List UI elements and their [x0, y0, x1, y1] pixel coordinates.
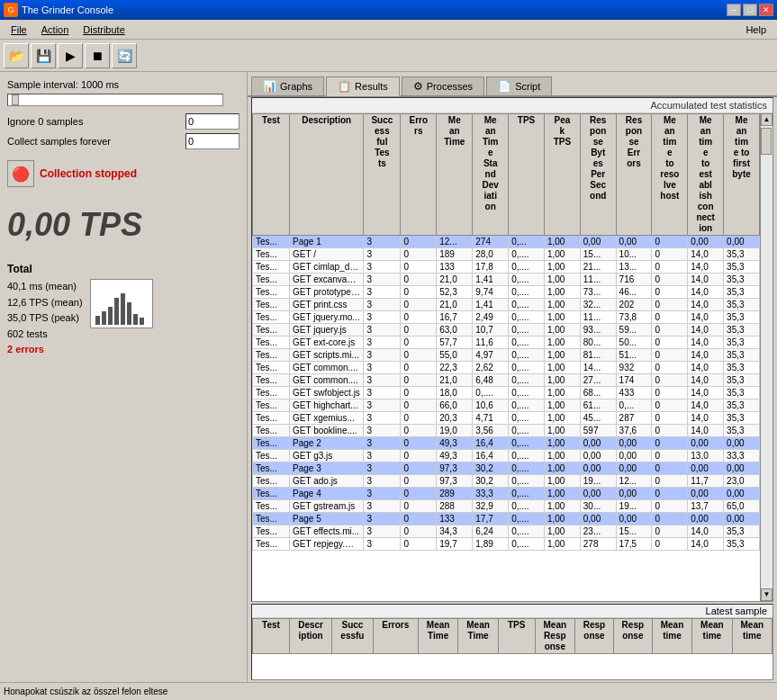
- table-cell: 0: [652, 412, 688, 425]
- table-cell: 3: [364, 387, 401, 399]
- toolbar-btn-2[interactable]: 💾: [31, 43, 56, 68]
- status-bar: Honapokat csúszik az összel felon eltese: [0, 682, 777, 700]
- table-cell: 0,00: [580, 488, 616, 500]
- table-cell: 12...: [437, 236, 473, 248]
- table-cell: 16,4: [473, 437, 509, 450]
- tab-script[interactable]: 📄 Script: [486, 76, 552, 95]
- table-cell: Tes...: [253, 349, 290, 362]
- table-cell: 0: [652, 261, 688, 274]
- table-cell: 3: [364, 324, 401, 337]
- table-cell: GET /: [290, 248, 364, 261]
- table-cell: 35,3: [724, 387, 760, 399]
- vertical-scrollbar[interactable]: ▲ ▼: [760, 113, 772, 601]
- table-cell: 1,00: [544, 349, 580, 362]
- table-cell: 0,....: [509, 299, 545, 311]
- tab-results[interactable]: 📋 Results: [326, 76, 400, 96]
- table-cell: Tes...: [253, 538, 290, 551]
- table-cell: 97,3: [437, 462, 473, 475]
- scroll-up-button[interactable]: ▲: [761, 113, 772, 126]
- table-cell: 0: [652, 248, 688, 261]
- scroll-down-button[interactable]: ▼: [761, 588, 772, 601]
- table-row: Tes...GET excanvas....3021,01,410,....1,…: [253, 274, 760, 286]
- toolbar-btn-1[interactable]: 📂: [4, 43, 29, 68]
- table-cell: 3: [364, 450, 401, 462]
- table-cell: 10...: [616, 248, 652, 261]
- mini-chart: [90, 279, 153, 328]
- menu-help[interactable]: Help: [738, 22, 773, 37]
- table-cell: 14,0: [688, 261, 724, 274]
- table-cell: 1,00: [544, 488, 580, 500]
- table-cell: 3: [364, 525, 401, 538]
- bottom-col-mean: MeanTime: [418, 619, 457, 654]
- accumulated-header: Accumulated test statistics: [252, 98, 772, 113]
- table-cell: GET swfobject.js: [290, 387, 364, 399]
- maximize-button[interactable]: □: [743, 4, 757, 16]
- scrollbar-thumb[interactable]: [761, 128, 772, 155]
- sample-interval-slider[interactable]: [7, 94, 223, 106]
- table-cell: 1,00: [544, 248, 580, 261]
- table-cell: 23,0: [724, 475, 760, 488]
- table-cell: 21,0: [437, 299, 473, 311]
- table-cell: 3: [364, 437, 401, 450]
- table-row: Tes...GET cimlap_de...3013317,80,....1,0…: [253, 261, 760, 274]
- svg-rect-6: [133, 314, 138, 325]
- tab-script-label: Script: [515, 81, 540, 92]
- menu-distribute[interactable]: Distribute: [76, 22, 131, 37]
- table-cell: 0,....: [473, 387, 509, 399]
- col-sd: MeanTimeStandDeviation: [473, 114, 509, 236]
- processes-icon: ⚙: [413, 80, 423, 93]
- svg-rect-5: [127, 302, 131, 325]
- table-cell: Tes...: [253, 236, 290, 248]
- table-cell: 23...: [580, 525, 616, 538]
- stat-mean: 40,1 ms (mean): [7, 279, 83, 295]
- app-icon: G: [4, 3, 18, 17]
- table-cell: 0,00: [580, 236, 616, 248]
- table-cell: 0,....: [509, 525, 545, 538]
- ignore-samples-input[interactable]: 0: [185, 113, 239, 130]
- table-cell: 0,...: [509, 236, 545, 248]
- bottom-col-desc: Description: [289, 619, 331, 654]
- table-cell: 30...: [580, 500, 616, 513]
- table-cell: GET bookline....: [290, 425, 364, 437]
- table-cell: GET common....: [290, 362, 364, 374]
- minimize-button[interactable]: ─: [727, 4, 741, 16]
- table-cell: 133: [437, 513, 473, 525]
- table-scroll-area[interactable]: Test Description SuccessfulTests Errors …: [252, 113, 760, 601]
- table-cell: 19,7: [437, 538, 473, 551]
- table-row: Tes...GET gstream.js3028832,90,....1,003…: [253, 500, 760, 513]
- menu-action[interactable]: Action: [34, 22, 77, 37]
- toolbar-btn-5[interactable]: 🔄: [112, 43, 137, 68]
- table-cell: GET common....: [290, 374, 364, 387]
- table-row: Tes...GET jquery.js3063,010,70,....1,009…: [253, 324, 760, 337]
- bottom-col-mt1: Meantime: [652, 619, 691, 654]
- svg-rect-2: [108, 307, 113, 325]
- toolbar-btn-3[interactable]: ▶: [58, 43, 83, 68]
- table-row: Tes...GET common....3021,06,480,....1,00…: [253, 374, 760, 387]
- table-cell: 1,00: [544, 362, 580, 374]
- tab-processes-label: Processes: [427, 81, 473, 92]
- table-cell: 0: [401, 437, 437, 450]
- toolbar-btn-4[interactable]: ⏹: [85, 43, 110, 68]
- tab-graphs[interactable]: 📊 Graphs: [251, 76, 324, 95]
- table-row: Tes...GET repjegy.mi...3019,71,890,....1…: [253, 538, 760, 551]
- close-button[interactable]: ✕: [759, 4, 773, 16]
- table-cell: 20,3: [437, 412, 473, 425]
- table-cell: 0,....: [509, 462, 545, 475]
- tabs: 📊 Graphs 📋 Results ⚙ Processes 📄 Script: [248, 72, 777, 97]
- table-cell: 1,00: [544, 387, 580, 399]
- table-cell: GET print.css: [290, 299, 364, 311]
- table-cell: 0: [401, 500, 437, 513]
- table-cell: 0,00: [580, 437, 616, 450]
- collect-samples-input[interactable]: 0: [185, 133, 239, 149]
- tab-processes[interactable]: ⚙ Processes: [402, 76, 484, 95]
- table-cell: 597: [580, 425, 616, 437]
- col-mean: MeanTime: [437, 114, 473, 236]
- menu-file[interactable]: File: [4, 22, 34, 37]
- table-cell: GET gstream.js: [290, 500, 364, 513]
- scrollbar-track[interactable]: [761, 126, 772, 588]
- table-cell: Tes...: [253, 362, 290, 374]
- table-cell: 1,00: [544, 412, 580, 425]
- table-cell: 14,0: [688, 248, 724, 261]
- sample-interval-label: Sample interval: 1000 ms: [7, 79, 239, 90]
- table-cell: 28,0: [473, 248, 509, 261]
